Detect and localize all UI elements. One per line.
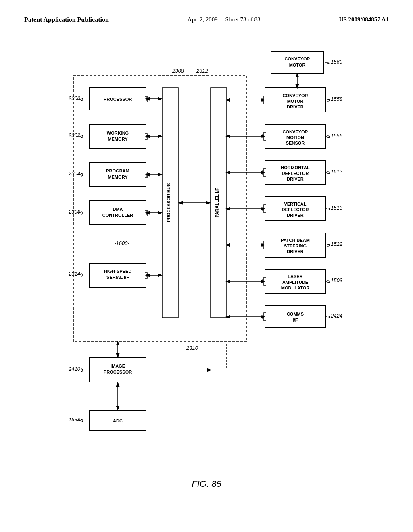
conveyor-motion-sensor-label: CONVEYOR	[283, 129, 308, 134]
svg-text:STEERING: STEERING	[284, 243, 307, 248]
patent-diagram-svg: text { font-family: Arial, Helvetica, sa…	[33, 39, 380, 475]
svg-text:DRIVER: DRIVER	[287, 249, 304, 254]
horizontal-deflector-driver-label: HORIZONTAL	[281, 165, 310, 170]
ref-1522: 1522	[331, 241, 343, 247]
ref-2312: 2312	[196, 68, 209, 74]
ref-2410: 2410	[68, 366, 81, 372]
header-patent-number: US 2009/084857 A1	[339, 16, 389, 23]
svg-text:AMPLITUDE: AMPLITUDE	[282, 280, 308, 285]
ref-2424: 2424	[330, 313, 342, 319]
header-date: Apr. 2, 2009	[188, 16, 218, 23]
svg-text:CONTROLLER: CONTROLLER	[102, 213, 133, 218]
conveyor-motor-driver-label: CONVEYOR	[283, 93, 308, 98]
ref-1512: 1512	[331, 168, 343, 175]
svg-text:MEMORY: MEMORY	[108, 175, 128, 179]
ref-2310: 2310	[186, 345, 198, 351]
program-memory-label: PROGRAM	[106, 168, 129, 173]
svg-text:DRIVER: DRIVER	[287, 177, 304, 181]
header-sheet: Sheet 73 of 83	[225, 16, 261, 23]
svg-text:DEFLECTOR: DEFLECTOR	[282, 207, 309, 212]
svg-text:DRIVER: DRIVER	[287, 213, 304, 218]
header-date-sheet: Apr. 2, 2009 Sheet 73 of 83	[188, 16, 261, 23]
adc-label: ADC	[113, 418, 123, 423]
high-speed-serial-if-label: HIGH-SPEED	[104, 269, 132, 274]
ref-2304: 2304	[68, 170, 80, 177]
dma-controller-label: DMA	[113, 207, 123, 212]
laser-amplitude-modulator-label: LASER	[288, 274, 302, 279]
image-processor-label: IMAGE	[111, 364, 125, 368]
ref-2306: 2306	[68, 209, 81, 215]
ref-1558: 1558	[331, 96, 343, 102]
svg-text:I/F: I/F	[293, 318, 298, 322]
outer-dashed-box	[73, 76, 247, 342]
ref-1503: 1503	[331, 277, 343, 283]
svg-text:SENSOR: SENSOR	[286, 141, 305, 145]
svg-text:DRIVER: DRIVER	[287, 104, 304, 109]
ref-2300: 2300	[68, 95, 81, 101]
header-publication-label: Patent Application Publication	[24, 16, 109, 23]
page: Patent Application Publication Apr. 2, 2…	[0, 0, 413, 532]
svg-text:SERIAL I/F: SERIAL I/F	[106, 275, 129, 280]
svg-text:PROCESSOR: PROCESSOR	[104, 370, 132, 374]
conveyor-motor-label2: MOTOR	[289, 62, 306, 67]
processor-label: PROCESSOR	[104, 97, 132, 102]
ref-1538: 1538	[69, 416, 81, 422]
svg-text:MOTION: MOTION	[286, 135, 304, 140]
processor-bus-label: PROCESSOR BUS	[166, 183, 171, 222]
comms-if-label: COMMS	[287, 312, 304, 316]
label-1600: -1600-	[114, 240, 129, 246]
working-memory-label: WORKING	[107, 131, 129, 135]
ref-2314: 2314	[68, 271, 80, 277]
page-header: Patent Application Publication Apr. 2, 2…	[24, 16, 389, 27]
ref-2308: 2308	[172, 68, 184, 74]
svg-text:MOTOR: MOTOR	[287, 99, 304, 104]
diagram-container: text { font-family: Arial, Helvetica, sa…	[33, 39, 380, 475]
svg-text:DEFLECTOR: DEFLECTOR	[282, 171, 309, 176]
figure-label: FIG. 85	[24, 479, 389, 489]
ref-2302: 2302	[68, 132, 81, 138]
ref-1560: 1560	[331, 59, 343, 65]
patch-beam-steering-label: PATCH BEAM	[281, 238, 310, 243]
working-memory-box	[90, 124, 146, 148]
conveyor-motor-label: CONVEYOR	[285, 56, 310, 61]
comms-if-box	[265, 305, 325, 328]
vertical-deflector-driver-label: VERTICAL	[284, 202, 307, 206]
ref-1556: 1556	[331, 133, 343, 139]
svg-text:MEMORY: MEMORY	[108, 137, 128, 141]
ref-1513: 1513	[331, 205, 343, 211]
parallel-if-label: PARALLEL I/F	[215, 188, 219, 218]
svg-text:MODULATOR: MODULATOR	[281, 285, 310, 290]
